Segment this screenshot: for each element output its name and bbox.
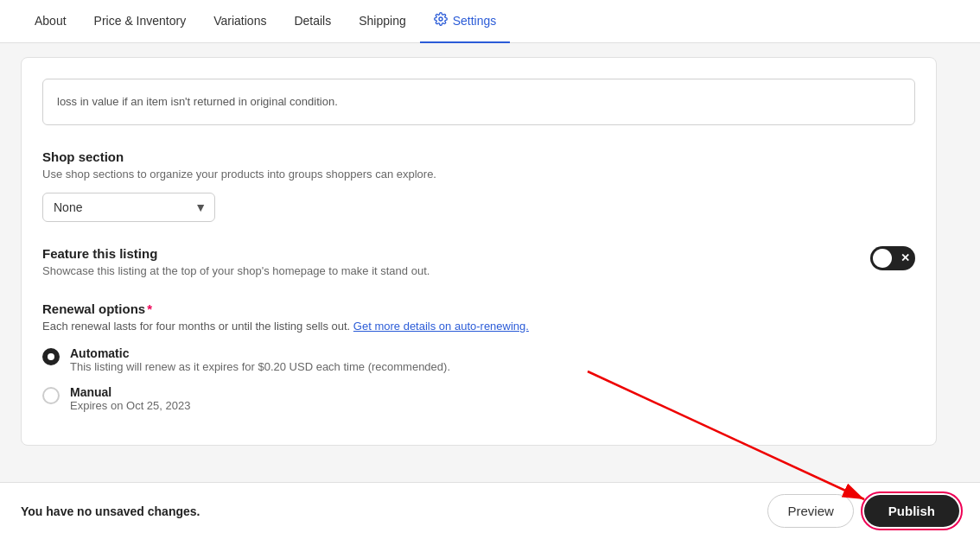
toggle-x-icon: ✕ — [900, 251, 910, 264]
radio-automatic[interactable]: Automatic This listing will renew as it … — [42, 346, 915, 373]
radio-manual-content: Manual Expires on Oct 25, 2023 — [70, 385, 190, 412]
tab-about[interactable]: About — [21, 0, 80, 43]
renewal-desc: Each renewal lasts for four months or un… — [42, 320, 915, 333]
tab-settings-label: Settings — [453, 14, 497, 28]
renewal-section: Renewal options* Each renewal lasts for … — [42, 301, 915, 412]
feature-toggle[interactable]: ✕ — [870, 246, 915, 270]
top-nav: About Price & Inventory Variations Detai… — [0, 0, 980, 43]
radio-manual-circle[interactable] — [42, 387, 60, 404]
tab-variations[interactable]: Variations — [200, 0, 280, 43]
policy-box: loss in value if an item isn't returned … — [42, 79, 915, 125]
shop-section-select[interactable]: None Sale New Arrivals Featured — [42, 193, 215, 222]
renewal-title: Renewal options* — [42, 301, 915, 316]
renewal-title-text: Renewal options — [42, 301, 145, 316]
feature-listing-section: Feature this listing Showcase this listi… — [42, 246, 915, 277]
feature-title: Feature this listing — [42, 246, 430, 261]
feature-row: Feature this listing Showcase this listi… — [42, 246, 915, 277]
required-star: * — [147, 301, 152, 316]
publish-highlight-border — [861, 491, 963, 530]
main-content: loss in value if an item isn't returned … — [0, 43, 980, 482]
tab-settings[interactable]: Settings — [420, 0, 511, 43]
radio-automatic-sub: This listing will renew as it expires fo… — [70, 360, 450, 373]
toggle-thumb — [873, 249, 892, 268]
shop-section-title: Shop section — [42, 149, 915, 164]
no-changes-text: You have no unsaved changes. — [21, 504, 200, 518]
radio-manual-label: Manual — [70, 385, 190, 399]
radio-manual[interactable]: Manual Expires on Oct 25, 2023 — [42, 385, 915, 412]
svg-point-0 — [439, 17, 442, 21]
feature-text: Feature this listing Showcase this listi… — [42, 246, 430, 277]
auto-renewing-link[interactable]: Get more details on auto-renewing. — [353, 320, 529, 333]
tab-shipping[interactable]: Shipping — [345, 0, 420, 43]
radio-manual-sub: Expires on Oct 25, 2023 — [70, 399, 190, 412]
policy-text: loss in value if an item isn't returned … — [57, 95, 338, 108]
radio-automatic-circle[interactable] — [42, 348, 60, 365]
tab-price-inventory[interactable]: Price & Inventory — [80, 0, 200, 43]
radio-automatic-content: Automatic This listing will renew as it … — [70, 346, 450, 373]
shop-section-select-wrapper: None Sale New Arrivals Featured ▼ — [42, 193, 215, 222]
tab-details[interactable]: Details — [280, 0, 345, 43]
gear-icon — [434, 12, 448, 29]
shop-section-desc: Use shop sections to organize your produ… — [42, 168, 915, 181]
settings-card: loss in value if an item isn't returned … — [21, 57, 937, 446]
radio-automatic-label: Automatic — [70, 346, 450, 360]
bottom-bar: You have no unsaved changes. Preview Pub… — [0, 482, 980, 539]
renewal-desc-text: Each renewal lasts for four months or un… — [42, 320, 350, 333]
feature-desc: Showcase this listing at the top of your… — [42, 264, 430, 277]
bottom-actions: Preview Publish — [767, 494, 959, 528]
toggle-track[interactable]: ✕ — [870, 246, 915, 270]
publish-button-wrapper: Publish — [864, 495, 959, 527]
shop-section: Shop section Use shop sections to organi… — [42, 149, 915, 222]
preview-button[interactable]: Preview — [767, 494, 853, 528]
